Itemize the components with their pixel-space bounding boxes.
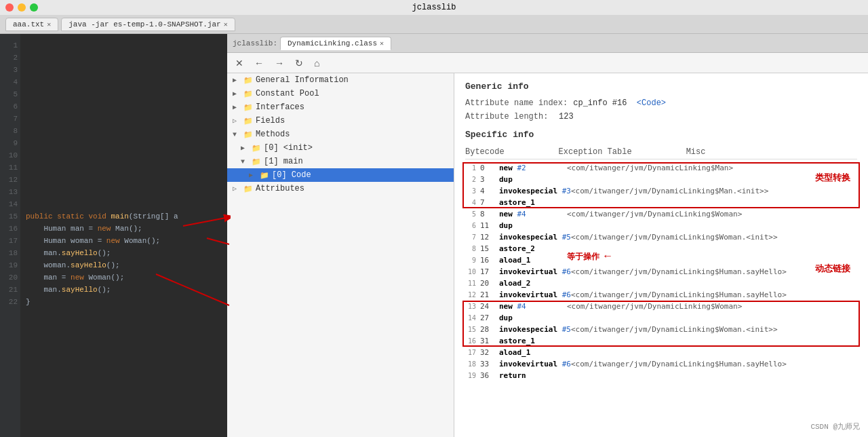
byte-offset: 24 — [480, 301, 499, 312]
row-number: 10 — [465, 266, 480, 278]
code-editor: 12345 678910 1112131415 1617181920 2122 … — [0, 34, 227, 437]
tree-label: [0] <init> — [264, 143, 313, 153]
tree-label: [0] Code — [272, 170, 311, 180]
tree-item-general-info[interactable]: ▶ 📁 General Information — [227, 73, 454, 87]
instruction-comment: <com/itwanger/jvm/DynamicLinking$Human.s… — [571, 266, 787, 278]
tree-arrow-icon: ▼ — [233, 131, 241, 138]
tree-item-method-main[interactable]: ▼ 📁 [1] main — [227, 155, 454, 168]
folder-icon: 📁 — [243, 117, 253, 126]
instruction: new #4 — [499, 208, 567, 220]
row-number: 14 — [465, 312, 480, 324]
row-number: 12 — [465, 289, 480, 301]
bytecode-row: 1528invokespecial #5 <com/itwanger/jvm/D… — [465, 324, 857, 335]
instruction: dup — [499, 220, 567, 231]
instruction: return — [499, 370, 567, 381]
row-number: 15 — [465, 324, 480, 335]
instruction: invokespecial #3 — [499, 185, 571, 197]
folder-icon: 📁 — [243, 185, 253, 193]
tab-close-icon[interactable]: ✕ — [47, 20, 51, 28]
bytecode-row: 1631astore_1 — [465, 335, 857, 347]
bytecode-row: 916aload_1 — [465, 254, 857, 266]
tree-arrow-icon: ▶ — [233, 76, 241, 84]
byte-offset: 8 — [480, 208, 499, 220]
back-button[interactable]: ← — [252, 56, 267, 70]
byte-offset: 28 — [480, 324, 499, 335]
row-number: 4 — [465, 197, 480, 208]
instruction: dup — [499, 312, 567, 324]
instruction: invokevirtual #6 — [499, 358, 571, 370]
byte-offset: 0 — [480, 162, 499, 174]
bytecode-row: 611dup — [465, 220, 857, 231]
row-number: 9 — [465, 254, 480, 266]
instruction-comment: <com/itwanger/jvm/DynamicLinking$Human.s… — [571, 358, 787, 370]
attr-name-value: cp_info #16 <Code> — [573, 98, 666, 108]
maximize-window-button[interactable] — [30, 3, 38, 12]
tree-label: Fields — [256, 116, 285, 126]
col-misc[interactable]: Misc — [686, 147, 706, 157]
close-window-button[interactable] — [5, 3, 14, 12]
tree-arrow-icon: ▶ — [249, 171, 257, 179]
titlebar: jclasslib — [0, 0, 868, 15]
watermark: CSDN @九师兄 — [810, 421, 860, 432]
instruction: invokevirtual #6 — [499, 289, 571, 301]
byte-offset: 20 — [480, 278, 499, 289]
tab-aaa-txt[interactable]: aaa.txt ✕ — [5, 18, 58, 31]
tree-label: Attributes — [256, 184, 304, 193]
tab-jar-command[interactable]: java -jar es-temp-1.0-SNAPSHOT.jar ✕ — [61, 18, 235, 31]
specific-info-title: Specific info — [465, 130, 857, 140]
instruction: aload_1 — [499, 347, 567, 358]
row-number: 16 — [465, 335, 480, 347]
instruction: invokevirtual #6 — [499, 266, 571, 278]
row-number: 11 — [465, 278, 480, 289]
refresh-button[interactable]: ↻ — [292, 56, 306, 70]
forward-button[interactable]: → — [272, 56, 287, 70]
tree-item-constant-pool[interactable]: ▶ 📁 Constant Pool — [227, 87, 454, 100]
attr-length-label: Attribute length: — [465, 112, 553, 121]
bytecode-row: 34invokespecial #3 <com/itwanger/jvm/Dyn… — [465, 185, 857, 197]
tree-item-methods[interactable]: ▼ 📁 Methods — [227, 128, 454, 141]
bytecode-rows-container: 10new #2 <com/itwanger/jvm/DynamicLinkin… — [465, 162, 857, 381]
byte-offset: 12 — [480, 231, 499, 243]
folder-icon: 📁 — [260, 171, 269, 180]
tree-item-method-init[interactable]: ▶ 📁 [0] <init> — [227, 141, 454, 155]
instruction-comment: <com/itwanger/jvm/DynamicLinking$Woman.<… — [571, 324, 778, 335]
tree-item-attributes[interactable]: ▷ 📁 Attributes — [227, 182, 454, 195]
byte-offset: 7 — [480, 197, 499, 208]
bytecode-rows: 类型转换 动态链接 等于操作 ← 10new #2 <com/itwanger/… — [465, 162, 857, 381]
jclasslib-tab[interactable]: DynamicLinking.class ✕ — [280, 37, 391, 50]
row-number: 7 — [465, 231, 480, 243]
home-button[interactable]: ⌂ — [311, 56, 322, 70]
byte-offset: 3 — [480, 174, 499, 185]
bytecode-row: 58new #4 <com/itwanger/jvm/DynamicLinkin… — [465, 208, 857, 220]
instruction: astore_1 — [499, 335, 567, 347]
tree-item-interfaces[interactable]: ▶ 📁 Interfaces — [227, 100, 454, 114]
row-number: 18 — [465, 358, 480, 370]
tree-item-code[interactable]: ▶ 📁 [0] Code — [227, 168, 454, 182]
bytecode-panel: Generic info Attribute name index: cp_in… — [454, 73, 868, 437]
instruction: new #4 — [499, 301, 567, 312]
minimize-window-button[interactable] — [18, 3, 26, 12]
folder-icon: 📁 — [252, 157, 261, 166]
code-link[interactable]: <Code> — [637, 98, 666, 108]
byte-offset: 36 — [480, 370, 499, 381]
instruction-comment: <com/itwanger/jvm/DynamicLinking$Woman> — [567, 301, 742, 312]
tree-item-fields[interactable]: ▷ 📁 Fields — [227, 114, 454, 128]
jclasslib-tab-close-icon[interactable]: ✕ — [380, 39, 384, 48]
bytecode-row: 1936return — [465, 370, 857, 381]
col-bytecode[interactable]: Bytecode — [465, 147, 505, 157]
bytecode-row: 1017invokevirtual #6 <com/itwanger/jvm/D… — [465, 266, 857, 278]
tree-label: Constant Pool — [256, 89, 319, 98]
instruction-comment: <com/itwanger/jvm/DynamicLinking$Woman.<… — [571, 231, 778, 243]
byte-offset: 17 — [480, 266, 499, 278]
tab-label: aaa.txt — [13, 20, 44, 28]
col-exception-table[interactable]: Exception Table — [559, 147, 632, 157]
instruction-comment: <com/itwanger/jvm/DynamicLinking$Man.<in… — [571, 185, 768, 197]
instruction: invokespecial #5 — [499, 231, 571, 243]
tree-arrow-icon: ▼ — [241, 158, 249, 166]
row-number: 3 — [465, 185, 480, 197]
jclasslib-toolbar: ✕ ← → ↻ ⌂ — [227, 53, 868, 73]
tab-close-icon[interactable]: ✕ — [224, 20, 228, 28]
close-button[interactable]: ✕ — [233, 56, 246, 70]
byte-offset: 31 — [480, 335, 499, 347]
window-controls[interactable] — [5, 3, 38, 12]
